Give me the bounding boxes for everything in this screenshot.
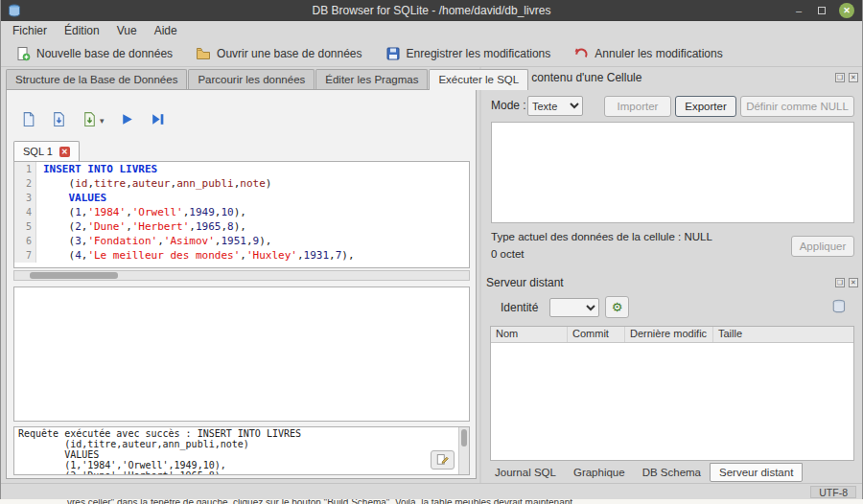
main-toolbar: Nouvelle base de données Ouvrir une base…: [1, 40, 862, 67]
new-database-icon: [15, 46, 31, 61]
scrollbar-thumb[interactable]: [461, 429, 467, 447]
database-upload-icon: [831, 298, 849, 318]
remote-file-table[interactable]: Nom Commit Dernière modific Taille: [490, 326, 854, 461]
close-button[interactable]: ✕: [839, 3, 854, 18]
background-page-text: vres celler" dans la fenêtre de gauche, …: [67, 499, 572, 504]
open-sql-file-icon: [20, 111, 36, 130]
save-results-icon: [82, 111, 98, 130]
write-changes-button[interactable]: Enregistrer les modifications: [377, 43, 560, 64]
minimize-button[interactable]: –: [791, 1, 806, 16]
menu-edition[interactable]: Édition: [56, 22, 108, 39]
tab-execute-sql[interactable]: Exécuter le SQL: [429, 69, 528, 90]
maximize-button[interactable]: [814, 3, 829, 18]
background-page-strip: vres celler" dans la fenêtre de gauche, …: [0, 499, 863, 504]
menu-vue[interactable]: Vue: [108, 22, 146, 39]
open-database-button[interactable]: Ouvrir une base de données: [187, 43, 370, 64]
editor-line: 7 (4,'Le meilleur des mondes','Huxley',1…: [14, 248, 469, 263]
dock-tab-db-schema[interactable]: DB Schema: [634, 463, 710, 481]
tab-browse-data[interactable]: Parcourir les données: [188, 69, 315, 90]
vertical-splitter[interactable]: [479, 67, 481, 483]
tab-structure[interactable]: Structure de la Base de Données: [6, 69, 187, 90]
mode-label: Mode :: [491, 99, 526, 112]
column-header-taille[interactable]: Taille: [713, 327, 853, 342]
message-pane: Requête exécutée avec succès : INSERT IN…: [13, 426, 470, 475]
message-vertical-scrollbar[interactable]: [458, 427, 469, 474]
save-sql-file-icon: [51, 111, 67, 130]
window-title: DB Browser for SQLite - /home/david/db_l…: [1, 0, 862, 21]
cell-content-textarea[interactable]: [491, 122, 854, 223]
editor-line: 6 (3,'Fondation','Asimov',1951,9),: [14, 234, 469, 248]
import-button[interactable]: Importer: [604, 96, 671, 117]
execute-line-button[interactable]: [150, 111, 166, 130]
editor-line: 5 (2,'Dune','Herbert',1965,8),: [14, 219, 469, 234]
execution-message: Requête exécutée avec succès : INSERT IN…: [18, 428, 465, 475]
cell-editor-header: Éditer le contenu d'une Cellule ❏ ✕: [486, 71, 858, 84]
sql-editor[interactable]: 1INSERT INTO LIVRES2 (id,titre,auteur,an…: [13, 161, 470, 268]
app-window: DB Browser for SQLite - /home/david/db_l…: [0, 0, 863, 499]
execute-all-icon: [119, 111, 135, 130]
revert-changes-label: Annuler les modifications: [595, 47, 722, 60]
remote-upload-button[interactable]: [826, 296, 854, 319]
open-sql-file-button[interactable]: [20, 111, 36, 130]
execute-all-button[interactable]: [119, 111, 135, 130]
execute-sql-panel: ▾ SQL 1 ✕: [6, 89, 477, 479]
save-results-button[interactable]: ▾: [82, 111, 105, 130]
identity-settings-button[interactable]: ⚙: [605, 296, 629, 318]
tab-close-icon[interactable]: ✕: [59, 147, 70, 157]
column-header-modified[interactable]: Dernière modific: [625, 327, 713, 342]
dock-tab-graphique[interactable]: Graphique: [565, 463, 634, 481]
new-database-label: Nouvelle base de données: [36, 47, 173, 60]
screen: DB Browser for SQLite - /home/david/db_l…: [0, 0, 863, 504]
menubar: Fichier Édition Vue Aide: [1, 21, 862, 40]
dock-tab-journal-sql[interactable]: Journal SQL: [486, 463, 565, 481]
sql-doc-tab-label: SQL 1: [23, 146, 53, 157]
editor-line: 1INSERT INTO LIVRES: [14, 162, 469, 176]
apply-button[interactable]: Appliquer: [791, 236, 854, 257]
remote-panel-header: Serveur distant ❏ ✕: [486, 276, 858, 289]
column-header-commit[interactable]: Commit: [568, 327, 625, 342]
execute-line-icon: [150, 111, 166, 130]
menu-fichier[interactable]: Fichier: [4, 22, 56, 39]
new-database-button[interactable]: Nouvelle base de données: [7, 43, 181, 64]
open-database-icon: [196, 46, 211, 61]
column-header-nom[interactable]: Nom: [491, 327, 568, 342]
write-changes-icon: [385, 46, 401, 61]
scrollbar-thumb[interactable]: [30, 272, 118, 279]
save-sql-file-button[interactable]: [51, 111, 67, 130]
sql-doc-tab[interactable]: SQL 1 ✕: [13, 141, 80, 161]
export-button[interactable]: Exporter: [675, 96, 736, 117]
revert-changes-icon: [573, 46, 589, 61]
encoding-selector[interactable]: UTF-8: [810, 486, 856, 498]
float-panel-icon[interactable]: ❏: [835, 73, 845, 82]
editor-horizontal-scrollbar[interactable]: [13, 270, 470, 281]
close-panel-icon[interactable]: ✕: [849, 278, 858, 287]
editor-line: 2 (id,titre,auteur,ann_publi,note): [14, 176, 469, 191]
float-panel-icon[interactable]: ❏: [835, 278, 845, 287]
dock-tab-serveur-distant[interactable]: Serveur distant: [710, 463, 803, 482]
gear-icon: ⚙: [612, 300, 623, 314]
set-null-button[interactable]: Définir comme NULL: [740, 96, 854, 117]
menu-aide[interactable]: Aide: [146, 22, 186, 39]
open-database-label: Ouvrir une base de données: [217, 47, 362, 60]
identity-label: Identité: [501, 301, 538, 314]
remote-panel-title: Serveur distant: [486, 276, 564, 289]
sql-editor-lines: 1INSERT INTO LIVRES2 (id,titre,auteur,an…: [14, 162, 469, 263]
results-grid[interactable]: [13, 286, 470, 422]
editor-line: 4 (1,'1984','Orwell',1949,10),: [14, 205, 469, 219]
dock-icons: ❏ ✕: [835, 278, 858, 287]
identity-select[interactable]: [549, 298, 599, 317]
titlebar: DB Browser for SQLite - /home/david/db_l…: [1, 0, 862, 21]
edit-pencil-icon: [435, 452, 450, 469]
main-tabbar: Structure de la Base de Données Parcouri…: [6, 69, 529, 90]
edit-message-button[interactable]: [431, 450, 455, 470]
save-results-caret-icon: ▾: [100, 116, 105, 126]
sql-doc-tabbar: SQL 1 ✕: [13, 141, 80, 161]
close-panel-icon[interactable]: ✕: [849, 73, 858, 82]
cell-type-info: Type actuel des données de la cellule : …: [491, 231, 712, 242]
dock-tabbar: Journal SQL Graphique DB Schema Serveur …: [486, 463, 803, 483]
revert-changes-button[interactable]: Annuler les modifications: [565, 43, 731, 64]
mode-select[interactable]: Texte: [527, 96, 583, 116]
tab-pragmas[interactable]: Éditer les Pragmas: [315, 69, 428, 90]
sql-toolbar: ▾: [20, 111, 166, 130]
statusbar: UTF-8: [1, 483, 862, 499]
